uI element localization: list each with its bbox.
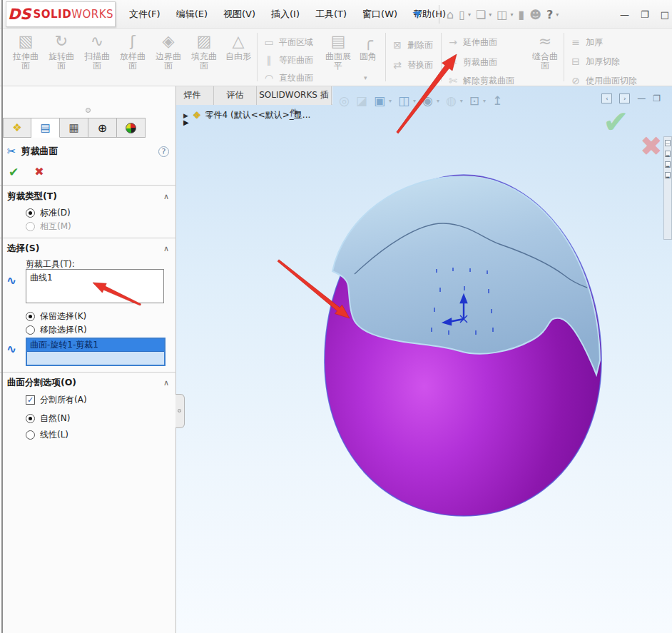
task-pane-button[interactable]: ▂	[665, 151, 671, 157]
offset-surface-button[interactable]: ∥等距曲面	[263, 52, 313, 68]
command-help-icon[interactable]: ?	[158, 146, 169, 157]
collapse-chevron-icon[interactable]: ∧	[163, 378, 169, 388]
selected-surface-item[interactable]: 曲面-旋转1-剪裁1	[27, 339, 164, 352]
keep-selections-option[interactable]: 保留选择(K)	[26, 310, 86, 323]
collapse-chevron-icon[interactable]: ∧	[163, 192, 169, 201]
thickened-cut-button[interactable]: ⊟加厚切除	[569, 54, 620, 69]
open-document-caret-icon[interactable]: ▾	[489, 11, 492, 18]
doc-restore-button[interactable]: ❐	[653, 93, 661, 103]
freeform-button[interactable]: △自由形	[221, 31, 255, 84]
next-window-button[interactable]: ›	[619, 93, 630, 103]
pieces-to-keep-list[interactable]: 曲面-旋转1-剪裁1	[26, 338, 166, 366]
collapse-chevron-icon[interactable]: ∧	[163, 244, 169, 253]
remove-selections-radio[interactable]	[26, 325, 35, 335]
edit-appearance-icon[interactable]: ◍	[446, 93, 457, 108]
menu-edit[interactable]: 编辑(E)	[170, 5, 214, 24]
linear-radio[interactable]	[26, 430, 35, 440]
thicken-button[interactable]: ≡加厚	[569, 34, 603, 50]
configuration-manager-tab[interactable]: ▦	[60, 118, 88, 138]
lofted-surface-button[interactable]: ʃ放样曲面	[116, 31, 150, 84]
mutual-radio[interactable]	[26, 222, 35, 231]
appearance-caret-icon[interactable]: ▾	[460, 98, 463, 104]
keep-selections-radio[interactable]	[26, 312, 35, 321]
home-icon[interactable]: ⌂	[447, 8, 454, 21]
knit-surface-button[interactable]: ≈缝合曲面	[529, 31, 561, 84]
feature-manager-tab[interactable]: ❖	[3, 118, 31, 138]
split-all-option[interactable]: ✓ 分割所有(A)	[26, 394, 87, 406]
natural-option[interactable]: 自然(N)	[26, 412, 70, 425]
tab-solidworks-addins[interactable]: SOLIDWORKS 插件	[257, 86, 332, 105]
save-caret-icon[interactable]: ▾	[510, 11, 513, 18]
ruled-surface-button[interactable]: ◠直纹曲面	[263, 70, 313, 86]
view-orientation-caret-icon[interactable]: ▾	[389, 98, 392, 104]
previous-window-button[interactable]: ‹	[601, 93, 612, 103]
standard-option[interactable]: 标准(D)	[26, 207, 71, 219]
3d-drawing-view-icon[interactable]: ↥	[492, 93, 502, 108]
confirmation-corner-ok-icon[interactable]: ✔	[603, 103, 629, 140]
split-options-section-header[interactable]: 曲面分割选项(O) ∧	[7, 377, 169, 389]
help-icon[interactable]: ?	[546, 8, 553, 21]
linear-option[interactable]: 线性(L)	[26, 429, 68, 441]
replace-face-button[interactable]: ⇄替换面	[391, 57, 433, 73]
open-document-icon[interactable]: ❏	[476, 8, 486, 21]
graphics-viewport[interactable]: ◎ ◪ ▣ ▾ ◫ ▾ ◉ ▾ ◍ ▾ ⊡ ▾ ↥ ‹ › — ❐ ▶ ❖ 零件…	[176, 86, 672, 633]
new-document-icon[interactable]: ▯	[459, 8, 465, 21]
menu-window[interactable]: 窗口(W)	[356, 5, 404, 24]
doc-minimize-button[interactable]: —	[637, 93, 646, 103]
delete-face-button[interactable]: ⊠删除面	[391, 37, 433, 53]
filled-surface-button[interactable]: ▨填充曲面	[187, 31, 221, 84]
extend-surface-button[interactable]: →延伸曲面	[447, 34, 497, 50]
panel-splitter-handle[interactable]	[175, 394, 185, 428]
fillet-button[interactable]: ╭圆角	[354, 31, 382, 84]
save-icon[interactable]: ◫	[497, 8, 507, 21]
standard-radio[interactable]	[26, 208, 35, 218]
boundary-surface-button[interactable]: ◈边界曲面	[151, 31, 185, 84]
tab-weldments[interactable]: 焊件	[171, 86, 214, 105]
display-style-icon[interactable]: ◫	[398, 93, 409, 108]
hide-show-items-icon[interactable]: ◉	[422, 93, 433, 108]
natural-radio[interactable]	[26, 414, 35, 423]
menu-insert[interactable]: 插入(I)	[265, 5, 306, 24]
property-manager-tab[interactable]: ▤	[31, 118, 60, 138]
confirmation-corner-cancel-icon[interactable]: ✖	[640, 131, 663, 162]
hide-show-caret-icon[interactable]: ▾	[437, 98, 439, 104]
menu-tools[interactable]: 工具(T)	[309, 5, 353, 24]
task-pane-button[interactable]: ▂	[665, 172, 671, 178]
panel-flyout-arrow-icon[interactable]: ▶	[183, 118, 189, 126]
minimize-button[interactable]: —	[620, 9, 629, 20]
menu-view[interactable]: 视图(V)	[217, 5, 262, 24]
view-orientation-icon[interactable]: ▣	[374, 93, 385, 108]
trim-surface-button[interactable]: ✂剪裁曲面	[447, 54, 497, 70]
help-caret-icon[interactable]: ▾	[556, 11, 559, 18]
task-pane-button[interactable]: —	[665, 140, 671, 146]
cancel-button[interactable]: ✖	[34, 165, 44, 179]
maximize-button[interactable]: □	[661, 9, 669, 20]
restore-button[interactable]: ❐	[641, 9, 649, 20]
tree-expander-icon[interactable]: ▶	[183, 112, 188, 119]
fillet-dropdown-caret-icon[interactable]: ▾	[364, 74, 367, 81]
split-all-checkbox[interactable]: ✓	[26, 395, 35, 405]
task-pane-strip[interactable]: — ▂ ▂ ▂	[663, 136, 672, 240]
ok-button[interactable]: ✔	[9, 165, 19, 179]
extruded-surface-button[interactable]: ▧拉伸曲面	[9, 31, 43, 84]
view-settings-icon[interactable]: ⊡	[469, 93, 479, 108]
flatten-surface-button[interactable]: ▤曲面展平	[322, 31, 354, 84]
user-account-icon[interactable]: ☻	[529, 8, 541, 21]
new-document-caret-icon[interactable]: ▾	[468, 11, 471, 18]
remove-selections-option[interactable]: 移除选择(R)	[26, 324, 87, 336]
trim-tool-selection-box[interactable]: 曲线1	[26, 269, 164, 303]
dimxpert-manager-tab[interactable]: ⊕	[88, 118, 117, 138]
revolved-surface-button[interactable]: ↻旋转曲面	[44, 31, 78, 84]
display-manager-tab[interactable]	[117, 118, 146, 138]
section-view-icon[interactable]: ◪	[356, 93, 367, 108]
menu-file[interactable]: 文件(F)	[123, 5, 167, 24]
switch-units-icon[interactable]: ▮	[518, 8, 524, 21]
tab-evaluate[interactable]: 评估	[214, 86, 257, 105]
trim-type-section-header[interactable]: 剪裁类型(T) ∧	[7, 191, 169, 203]
view-settings-caret-icon[interactable]: ▾	[483, 98, 486, 104]
swept-surface-button[interactable]: ∿扫描曲面	[80, 31, 114, 84]
panel-collapse-handle[interactable]	[86, 108, 91, 113]
task-pane-button[interactable]: ▂	[665, 161, 671, 168]
planar-surface-button[interactable]: ▭平面区域	[263, 34, 313, 50]
mutual-option[interactable]: 相互(M)	[26, 221, 71, 233]
